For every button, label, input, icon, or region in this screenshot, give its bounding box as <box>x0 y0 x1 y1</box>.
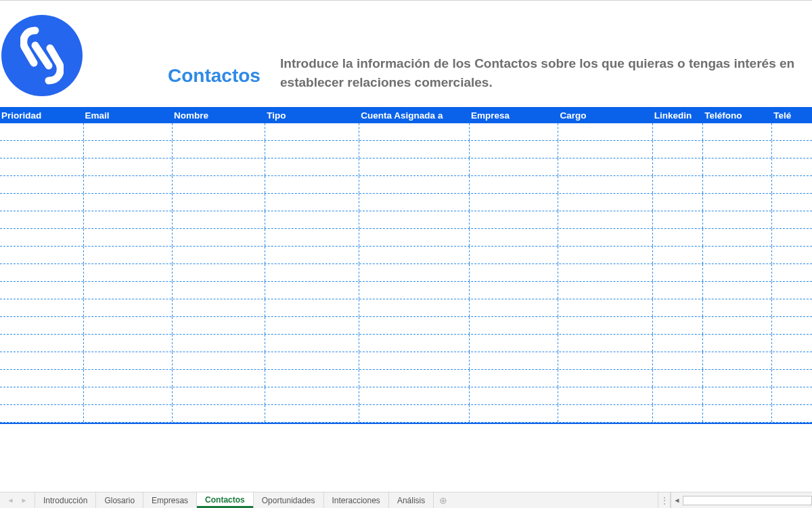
table-cell[interactable] <box>173 264 265 281</box>
table-cell[interactable] <box>703 194 772 211</box>
table-cell[interactable] <box>470 194 558 211</box>
table-cell[interactable] <box>558 370 652 387</box>
table-cell[interactable] <box>0 264 84 281</box>
table-cell[interactable] <box>359 211 470 228</box>
triangle-left-icon[interactable]: ◄ <box>7 496 14 504</box>
column-header-cuenta-asignada[interactable]: Cuenta Asignada a <box>359 110 470 121</box>
table-cell[interactable] <box>653 387 704 404</box>
table-cell[interactable] <box>0 387 84 404</box>
table-cell[interactable] <box>772 211 812 228</box>
table-cell[interactable] <box>558 352 652 369</box>
table-cell[interactable] <box>470 370 558 387</box>
table-cell[interactable] <box>0 158 84 175</box>
table-cell[interactable] <box>772 194 812 211</box>
table-row[interactable] <box>0 387 812 405</box>
table-row[interactable] <box>0 247 812 264</box>
table-row[interactable] <box>0 194 812 211</box>
table-row[interactable] <box>0 158 812 176</box>
table-cell[interactable] <box>653 299 704 316</box>
table-cell[interactable] <box>558 264 652 281</box>
table-cell[interactable] <box>265 282 359 299</box>
table-cell[interactable] <box>359 335 470 352</box>
table-cell[interactable] <box>772 387 812 404</box>
table-cell[interactable] <box>470 176 558 193</box>
add-sheet-button[interactable]: ⊕ <box>434 492 453 508</box>
table-cell[interactable] <box>359 282 470 299</box>
table-cell[interactable] <box>703 211 772 228</box>
table-cell[interactable] <box>653 229 704 246</box>
table-cell[interactable] <box>653 247 704 263</box>
table-cell[interactable] <box>703 370 772 387</box>
table-cell[interactable] <box>703 176 772 193</box>
table-cell[interactable] <box>558 194 652 211</box>
table-cell[interactable] <box>772 299 812 316</box>
sheet-tab-empresas[interactable]: Empresas <box>143 492 197 508</box>
table-cell[interactable] <box>173 229 265 246</box>
table-cell[interactable] <box>0 335 84 352</box>
table-cell[interactable] <box>359 247 470 263</box>
table-cell[interactable] <box>703 317 772 334</box>
table-cell[interactable] <box>558 299 652 316</box>
table-cell[interactable] <box>470 123 558 140</box>
table-cell[interactable] <box>470 299 558 316</box>
table-cell[interactable] <box>470 335 558 352</box>
table-cell[interactable] <box>359 158 470 175</box>
table-cell[interactable] <box>470 229 558 246</box>
table-cell[interactable] <box>173 387 265 404</box>
column-header-tipo[interactable]: Tipo <box>265 110 359 121</box>
sheet-tab-glosario[interactable]: Glosario <box>96 492 143 508</box>
table-cell[interactable] <box>558 176 652 193</box>
column-header-telefono[interactable]: Teléfono <box>703 110 772 121</box>
table-cell[interactable] <box>0 282 84 299</box>
table-cell[interactable] <box>772 176 812 193</box>
table-cell[interactable] <box>359 123 470 140</box>
table-cell[interactable] <box>470 158 558 175</box>
table-cell[interactable] <box>772 229 812 246</box>
table-cell[interactable] <box>653 352 704 369</box>
data-grid[interactable] <box>0 123 812 424</box>
table-cell[interactable] <box>653 317 704 334</box>
table-cell[interactable] <box>772 247 812 263</box>
table-cell[interactable] <box>558 247 652 263</box>
sheet-tab-analisis[interactable]: Análisis <box>389 492 434 508</box>
table-cell[interactable] <box>470 317 558 334</box>
table-cell[interactable] <box>173 370 265 387</box>
table-cell[interactable] <box>0 352 84 369</box>
table-row[interactable] <box>0 141 812 158</box>
table-cell[interactable] <box>653 211 704 228</box>
table-cell[interactable] <box>84 123 173 140</box>
table-cell[interactable] <box>265 352 359 369</box>
table-cell[interactable] <box>653 370 704 387</box>
sheet-nav-buttons[interactable]: ◄ ► <box>0 492 35 508</box>
sheetbar-options-icon[interactable]: ⋮ <box>658 492 670 508</box>
table-cell[interactable] <box>265 405 359 422</box>
table-cell[interactable] <box>0 317 84 334</box>
table-cell[interactable] <box>0 176 84 193</box>
table-cell[interactable] <box>173 335 265 352</box>
table-cell[interactable] <box>703 282 772 299</box>
table-cell[interactable] <box>653 123 704 140</box>
table-cell[interactable] <box>173 352 265 369</box>
column-header-cargo[interactable]: Cargo <box>558 110 652 121</box>
table-cell[interactable] <box>265 229 359 246</box>
table-cell[interactable] <box>558 141 652 158</box>
table-cell[interactable] <box>265 317 359 334</box>
table-cell[interactable] <box>0 370 84 387</box>
table-cell[interactable] <box>265 211 359 228</box>
table-cell[interactable] <box>653 194 704 211</box>
table-row[interactable] <box>0 352 812 370</box>
table-cell[interactable] <box>703 229 772 246</box>
table-cell[interactable] <box>173 158 265 175</box>
table-cell[interactable] <box>265 299 359 316</box>
table-cell[interactable] <box>653 176 704 193</box>
table-cell[interactable] <box>470 352 558 369</box>
table-cell[interactable] <box>0 405 84 422</box>
table-cell[interactable] <box>703 247 772 263</box>
table-cell[interactable] <box>772 123 812 140</box>
table-cell[interactable] <box>653 335 704 352</box>
table-cell[interactable] <box>558 123 652 140</box>
table-row[interactable] <box>0 176 812 194</box>
column-header-telefono-2[interactable]: Telé <box>772 110 812 121</box>
table-cell[interactable] <box>653 264 704 281</box>
table-cell[interactable] <box>470 264 558 281</box>
